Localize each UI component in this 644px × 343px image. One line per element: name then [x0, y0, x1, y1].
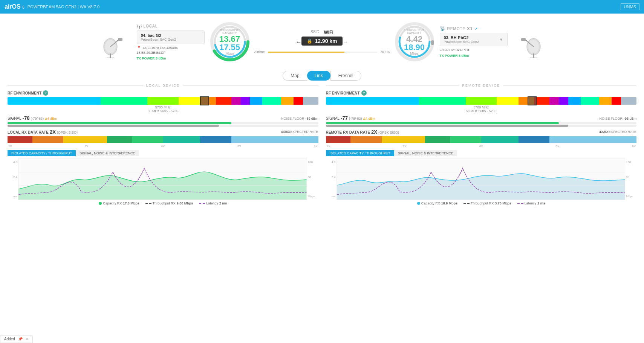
toast-close-icon[interactable]: ✕: [26, 337, 29, 341]
remote-multiplier: X1: [467, 26, 473, 31]
remote-gauge: THROUGHPUTCAPACITY 4.42 18.90 Mbps: [394, 21, 435, 63]
airos-logo: airOS 8: [5, 3, 24, 10]
remote-latency-dash: [517, 203, 523, 204]
local-chart: [18, 159, 307, 200]
tab-fresnel[interactable]: Fresnel: [330, 71, 361, 81]
svg-rect-4: [118, 38, 122, 41]
local-rate-bar: [8, 136, 318, 143]
remote-section-title: REMOTE DEVICE: [462, 84, 500, 87]
local-signal-bars: [8, 122, 318, 127]
local-capacity-dot: [99, 202, 102, 205]
local-section-title: LOCAL DEVICE: [146, 84, 180, 87]
remote-right-axis: 160 80 Mbps: [625, 159, 636, 200]
remote-throughput-value: 4.42: [404, 35, 425, 43]
svg-rect-21: [521, 38, 526, 41]
local-legend: Capacity RX 17.6 Mbps Throughput RX 9.00…: [8, 201, 318, 205]
svg-point-8: [139, 26, 140, 27]
remote-dish-icon: [512, 27, 542, 57]
airos-version: 8: [22, 5, 24, 9]
two-panels: LOCAL DEVICE RF ENVIRONMENT ? 5700 MHz 5…: [8, 84, 636, 205]
remote-legend: Capacity RX 18.9 Mbps Throughput RX 3.76…: [326, 201, 637, 205]
remote-rf-marker: [528, 96, 537, 105]
remote-gauge-circle: THROUGHPUTCAPACITY 4.42 18.90 Mbps: [394, 21, 435, 63]
remote-label: 📡 REMOTE X1 ↗: [440, 26, 508, 31]
remote-section-divider: REMOTE DEVICE: [326, 84, 637, 87]
local-chart-btn-signal[interactable]: SIGNAL, NOISE & INTERFERENCE: [76, 150, 139, 156]
local-signal-row: SIGNAL -78 (-79/-83) Δ4 dBm NOISE FLOOR …: [8, 115, 318, 121]
remote-device-panel: 📡 REMOTE X1 ↗ 03. BH PbG2 PowerBeam 5AC …: [440, 26, 542, 58]
remote-link-icon[interactable]: ↗: [474, 27, 478, 31]
remote-signal-row: SIGNAL -77 (-78/-82) Δ4 dBm NOISE FLOOR …: [326, 115, 637, 121]
remote-dish-svg: [513, 26, 541, 58]
local-panel: LOCAL DEVICE RF ENVIRONMENT ? 5700 MHz 5…: [8, 84, 318, 205]
unms-button[interactable]: UNMS: [621, 3, 639, 10]
local-dish-icon: [102, 27, 132, 57]
local-rf-freq: 5700 MHz 50 MHz 5685 - 5735: [8, 105, 318, 113]
local-throughput-value: 13.67: [219, 35, 240, 43]
lock-icon: 🔒: [307, 38, 312, 44]
airtime-bar: [268, 52, 345, 53]
local-device-name-box: 04. 5ac G2 PowerBeam 5AC Gen2: [137, 30, 205, 44]
remote-chart: [337, 159, 626, 200]
remote-rate-label: REMOTE RX DATA RATE: [326, 130, 370, 134]
toast-message: Added: [4, 337, 15, 341]
toast: Added 📌 ✕: [0, 335, 33, 343]
header: airOS 8 POWERBEAM 5AC GEN2 | WA.V8.7.0 U…: [0, 0, 644, 14]
remote-y-axis: 4.8 2.4 ms: [326, 159, 337, 200]
remote-rate-ticks: 1X 2X 4X 6X 8X: [326, 145, 637, 148]
rf-help-icon-local: ?: [43, 90, 48, 96]
remote-signal-bars: [326, 122, 637, 127]
local-device-model: PowerBeam 5AC Gen2: [141, 38, 200, 41]
local-chart-btn-capacity[interactable]: ISOLATED CAPACITY / THROUGHPUT: [8, 150, 76, 156]
airtime-bar-container: [268, 52, 377, 53]
remote-throughput-dash: [463, 203, 470, 204]
remote-chart-btn-capacity[interactable]: ISOLATED CAPACITY / THROUGHPUT: [326, 150, 394, 156]
remote-dropdown-icon[interactable]: ▼: [499, 37, 503, 42]
local-label-text: LOCAL: [144, 24, 158, 28]
local-capacity-value: 17.55: [219, 43, 240, 51]
local-rf-bar: [8, 97, 318, 105]
local-rate-ticks: 1X 2X 4X 6X 8X: [8, 145, 318, 148]
local-label: LOCAL: [137, 24, 205, 29]
remote-mac: F0:9F:C2:E6:4E:E3: [440, 48, 508, 53]
local-y-axis: 4.8 2.4 ms: [8, 159, 18, 200]
header-device-info: POWERBEAM 5AC GEN2 | WA.V8.7.0: [28, 5, 99, 9]
local-rf-marker: [200, 96, 209, 105]
local-gauge-circle: THROUGHPUTCAPACITY 13.67 17.55 Mbps: [209, 21, 251, 63]
tab-link[interactable]: Link: [307, 71, 330, 81]
remote-device-model: PowerBeam 5AC Gen2: [444, 40, 479, 44]
tab-section: Map Link Fresnel: [0, 66, 644, 84]
ssid-label: SSID: [311, 30, 319, 35]
local-rf-label: RF ENVIRONMENT ?: [8, 90, 318, 96]
antenna-icon-local: [137, 24, 142, 29]
remote-rf-label: RF ENVIRONMENT ?: [326, 90, 637, 96]
local-dish-svg: [103, 26, 131, 58]
local-chart-area: 4.8 2.4 ms: [8, 159, 318, 200]
remote-chart-btn-signal[interactable]: SIGNAL, NOISE & INTERFERENCE: [394, 150, 457, 156]
local-rate-label: LOCAL RX DATA RATE: [8, 130, 49, 134]
remote-label-text: REMOTE: [447, 27, 466, 31]
header-left: airOS 8 POWERBEAM 5AC GEN2 | WA.V8.7.0: [5, 3, 99, 10]
remote-capacity-value: 18.90: [404, 43, 425, 51]
remote-rf-freq: 5700 MHz 50 MHz 5685 - 5735: [326, 105, 637, 113]
airtime-label: Airtime: [254, 50, 265, 54]
local-latency-dash: [199, 203, 205, 204]
remote-chart-btns: ISOLATED CAPACITY / THROUGHPUT SIGNAL, N…: [326, 150, 637, 156]
remote-capacity-unit: Mbps: [404, 51, 425, 55]
remote-chart-area: 4.8 2.4 ms: [326, 159, 637, 200]
airtime-row: Airtime 70.1%: [254, 50, 390, 54]
local-device-panel: LOCAL 04. 5ac G2 PowerBeam 5AC Gen2 📍 -4…: [102, 21, 251, 63]
panels-wrapper: LOCAL DEVICE RF ENVIRONMENT ? 5700 MHz 5…: [0, 84, 644, 213]
local-tx-power: TX POWER 8 dBm: [137, 56, 205, 60]
remote-tx-power: TX POWER 8 dBm: [440, 54, 508, 58]
local-capacity-unit: Mbps: [219, 51, 240, 55]
local-right-axis: 160 80 Mbps: [307, 159, 318, 200]
remote-device-name: 03. BH PbG2: [444, 35, 479, 40]
remote-rf-bar: [326, 97, 637, 105]
local-chart-btns: ISOLATED CAPACITY / THROUGHPUT SIGNAL, N…: [8, 150, 318, 156]
remote-device-info: 📡 REMOTE X1 ↗ 03. BH PbG2 PowerBeam 5AC …: [440, 26, 508, 58]
tab-map[interactable]: Map: [283, 71, 307, 81]
local-gauge: THROUGHPUTCAPACITY 13.67 17.55 Mbps: [209, 21, 251, 63]
toast-pin-icon[interactable]: 📌: [18, 337, 23, 341]
link-ssid-row: SSID WiFi: [311, 30, 333, 35]
